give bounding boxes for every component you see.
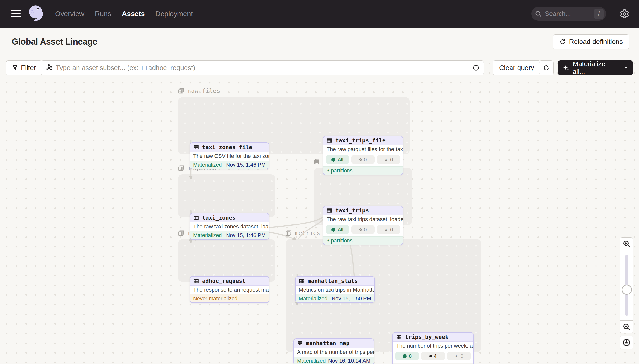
failed-triangle-icon: ▲ <box>384 158 388 162</box>
nav-item-runs[interactable]: Runs <box>95 10 111 18</box>
table-icon <box>326 137 333 144</box>
filter-button[interactable]: Filter <box>6 60 42 75</box>
group-box-requests <box>178 239 275 282</box>
zoom-slider-knob[interactable] <box>621 284 632 295</box>
partitions-count: 3 partitions <box>327 236 353 244</box>
materialization-timestamp[interactable]: Nov 15, 1:46 PM <box>226 231 266 239</box>
asset-node-trips-by-week[interactable]: trips_by_week The number of trips per we… <box>392 332 474 364</box>
asset-description: The response to an request made in th... <box>190 286 269 294</box>
partitions-materialized-pill[interactable]: 8 <box>395 352 419 360</box>
table-icon <box>193 278 199 284</box>
global-search[interactable]: / <box>531 7 606 20</box>
asset-node-taxi-trips-file[interactable]: taxi_trips_file The raw parquet files fo… <box>323 136 403 175</box>
asset-node-manhattan-map[interactable]: manhattan_map A map of the number of tri… <box>293 338 374 364</box>
reload-definitions-button[interactable]: Reload definitions <box>553 34 629 49</box>
asset-name: taxi_zones <box>202 214 235 221</box>
partitions-failed-pill[interactable]: ▲0 <box>377 225 400 234</box>
partition-health-row: All 0 ▲0 <box>323 224 403 236</box>
nav-item-assets[interactable]: Assets <box>122 10 145 18</box>
asset-node-header: manhattan_map <box>294 339 374 348</box>
materialization-timestamp[interactable]: Nov 15, 1:46 PM <box>226 161 266 169</box>
table-icon <box>297 340 303 346</box>
materialization-timestamp[interactable]: Nov 16, 10:14 AM <box>328 357 370 364</box>
group-box-ingested <box>178 174 275 217</box>
search-input[interactable] <box>545 10 594 18</box>
missing-ring-icon <box>429 355 432 357</box>
asset-status-row: Materialized Nov 16, 10:14 AM <box>294 356 374 364</box>
zoom-in-button[interactable] <box>620 237 633 250</box>
partitions-materialized-pill[interactable]: All <box>326 225 349 234</box>
partitions-missing-pill[interactable]: 0 <box>351 225 375 234</box>
asset-status-row: 3 partitions <box>323 236 403 244</box>
refresh-icon <box>543 64 550 71</box>
asset-description: The raw CSV file for the taxi zones dat.… <box>190 152 269 160</box>
partitions-failed-pill[interactable]: ▲0 <box>447 352 471 360</box>
table-icon <box>396 334 402 340</box>
partition-health-row: All 0 ▲0 <box>323 154 403 166</box>
table-icon <box>298 278 305 284</box>
status-label: Materialized <box>193 231 222 239</box>
op-selector-icon <box>45 64 53 72</box>
asset-status-row: Materialized Nov 15, 1:46 PM <box>190 231 269 239</box>
missing-ring-icon <box>359 228 362 231</box>
dagster-logo[interactable] <box>27 4 45 24</box>
asset-description: A map of the number of trips per taxi z.… <box>294 348 374 356</box>
search-shortcut-badge: / <box>594 9 604 19</box>
asset-group-icon <box>313 158 320 165</box>
missing-ring-icon <box>359 158 362 161</box>
menu-hamburger-icon[interactable] <box>11 10 21 18</box>
page-header: Global Asset Lineage Reload definitions <box>0 28 639 57</box>
partitions-missing-pill[interactable]: 0 <box>351 155 375 164</box>
filter-funnel-icon <box>12 65 18 71</box>
status-label: Never materialized <box>193 294 237 302</box>
asset-subset-input-wrapper <box>41 60 484 75</box>
asset-name: taxi_zones_file <box>202 144 252 150</box>
zoom-out-button[interactable] <box>620 320 633 333</box>
partitions-failed-pill[interactable]: ▲0 <box>377 155 400 164</box>
asset-node-header: manhattan_stats <box>296 276 374 286</box>
asset-node-header: adhoc_request <box>190 276 269 286</box>
lineage-toolbar: Filter Clear query <box>0 57 639 79</box>
materialize-options-caret[interactable] <box>619 66 633 70</box>
materialization-timestamp[interactable]: Nov 15, 1:50 PM <box>332 294 371 302</box>
materialize-all-button[interactable]: Materialize all... <box>558 60 633 75</box>
status-label: Materialized <box>297 357 326 364</box>
asset-node-taxi-trips[interactable]: taxi_trips The raw taxi trips dataset, l… <box>323 206 403 245</box>
asset-node-taxi-zones[interactable]: taxi_zones The raw taxi zones dataset, l… <box>190 213 269 240</box>
search-icon <box>535 10 542 18</box>
asset-name: taxi_trips <box>335 207 369 214</box>
clear-query-button[interactable]: Clear query <box>493 60 541 75</box>
refresh-icon <box>559 38 566 45</box>
asset-node-taxi-zones-file[interactable]: taxi_zones_file The raw CSV file for the… <box>190 142 269 169</box>
download-view-button[interactable] <box>620 336 633 349</box>
settings-gear-icon[interactable] <box>619 9 630 19</box>
refresh-graph-button[interactable] <box>539 60 553 75</box>
nav-item-overview[interactable]: Overview <box>55 10 84 18</box>
partitions-materialized-pill[interactable]: All <box>326 155 349 164</box>
info-icon[interactable] <box>473 64 479 71</box>
asset-status-row: 3 partitions <box>323 166 403 174</box>
materialize-all-main[interactable]: Materialize all... <box>558 60 619 76</box>
partitions-missing-pill[interactable]: 4 <box>421 352 445 360</box>
asset-name: trips_by_week <box>405 334 448 340</box>
asset-node-adhoc-request[interactable]: adhoc_request The response to an request… <box>190 276 269 303</box>
download-icon <box>622 338 630 346</box>
group-name: raw_files <box>187 88 220 94</box>
asset-description: The raw parquet files for the taxi trips… <box>323 145 403 154</box>
sparkle-icon <box>563 64 570 72</box>
asset-group-icon <box>285 230 292 236</box>
nav-item-deployment[interactable]: Deployment <box>156 10 193 18</box>
chevron-down-icon <box>623 66 628 70</box>
group-label-metrics[interactable]: metrics <box>285 230 320 236</box>
group-label-raw-files[interactable]: raw_files <box>178 88 220 94</box>
zoom-controls <box>620 237 633 333</box>
status-label: Materialized <box>193 161 222 169</box>
asset-name: manhattan_map <box>306 340 349 346</box>
asset-node-manhattan-stats[interactable]: manhattan_stats Metrics on taxi trips in… <box>295 276 375 303</box>
asset-group-icon <box>178 88 185 94</box>
asset-subset-input[interactable] <box>56 64 473 72</box>
page-title: Global Asset Lineage <box>12 37 97 47</box>
asset-description: The raw taxi trips dataset, loaded into … <box>323 215 403 224</box>
materialized-dot-icon <box>403 354 407 358</box>
top-nav: Overview Runs Assets Deployment / <box>0 0 639 28</box>
